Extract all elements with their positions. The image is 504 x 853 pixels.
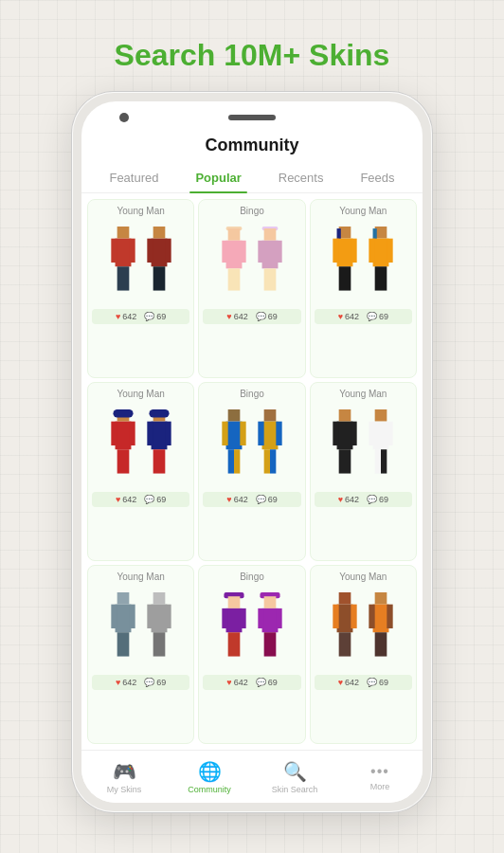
comments-stat: 💬 69 <box>367 495 388 504</box>
svg-rect-23 <box>276 241 281 263</box>
skin-name: Young Man <box>117 389 165 399</box>
svg-rect-87 <box>165 605 171 628</box>
svg-rect-66 <box>339 409 351 422</box>
svg-rect-49 <box>151 422 167 450</box>
skin-name: Bingo <box>240 572 264 582</box>
skin-name: Young Man <box>339 206 387 216</box>
svg-rect-5 <box>123 266 129 290</box>
svg-rect-72 <box>375 409 387 422</box>
svg-rect-103 <box>270 632 276 656</box>
skin-search-icon: 🔍 <box>283 760 307 783</box>
tabs-bar: Featured Popular Recents Feeds <box>81 163 423 193</box>
svg-rect-7 <box>151 239 167 267</box>
nav-my-skins-label: My Skins <box>107 785 142 794</box>
skin-figure-13 <box>107 592 139 664</box>
comments-stat: 💬 69 <box>256 312 278 321</box>
heart-icon: ♥ <box>338 312 343 321</box>
svg-rect-80 <box>111 605 117 628</box>
svg-rect-3 <box>129 239 135 263</box>
comment-icon: 💬 <box>144 312 154 321</box>
skin-figure-10 <box>254 409 286 481</box>
skin-figure-7 <box>107 409 139 481</box>
likes-stat: ♥ 642 <box>338 312 359 321</box>
tab-feeds[interactable]: Feeds <box>354 163 400 192</box>
heart-icon: ♥ <box>338 495 343 504</box>
svg-rect-52 <box>153 449 158 473</box>
svg-rect-93 <box>222 608 227 628</box>
svg-rect-92 <box>226 608 243 632</box>
nav-my-skins[interactable]: 🎮 My Skins <box>81 760 167 794</box>
tab-recents[interactable]: Recents <box>273 163 330 192</box>
nav-skin-search[interactable]: 🔍 Skin Search <box>252 760 337 794</box>
svg-rect-22 <box>258 241 263 263</box>
svg-rect-107 <box>351 605 357 628</box>
skin-image-area <box>315 586 412 671</box>
svg-rect-29 <box>333 239 339 263</box>
skin-image-area <box>92 586 189 671</box>
svg-rect-24 <box>264 268 270 290</box>
skin-card[interactable]: Bingo <box>198 382 305 561</box>
screen-content: Community Featured Popular Recents Feeds… <box>81 126 423 803</box>
skin-card[interactable]: Young Man <box>87 199 194 378</box>
likes-stat: ♥ 642 <box>116 495 136 504</box>
skin-figure-12 <box>365 409 397 481</box>
heart-icon: ♥ <box>116 312 120 321</box>
skin-figure-17 <box>329 592 361 664</box>
camera <box>119 113 129 122</box>
nav-more[interactable]: ••• More <box>337 763 423 791</box>
skin-stats: ♥ 642 💬 69 <box>92 309 189 324</box>
svg-rect-60 <box>264 409 277 422</box>
svg-rect-91 <box>228 596 241 608</box>
nav-community[interactable]: 🌐 Community <box>167 760 252 794</box>
svg-rect-112 <box>369 605 375 628</box>
svg-rect-1 <box>115 239 131 267</box>
svg-rect-89 <box>159 632 165 656</box>
tab-popular[interactable]: Popular <box>189 163 246 192</box>
comment-icon: 💬 <box>367 312 377 321</box>
likes-stat: ♥ 642 <box>116 678 136 687</box>
svg-rect-42 <box>115 422 131 450</box>
skin-card[interactable]: Young Man <box>310 565 417 744</box>
skin-card[interactable]: Bingo <box>198 199 305 378</box>
tab-featured[interactable]: Featured <box>103 163 164 192</box>
skin-card[interactable]: Bingo <box>198 565 305 744</box>
svg-rect-79 <box>115 605 131 633</box>
svg-rect-48 <box>149 409 169 417</box>
skins-grid: Young Man <box>81 193 423 750</box>
skin-card[interactable]: Young Man <box>310 199 417 378</box>
svg-rect-50 <box>147 422 153 445</box>
comments-stat: 💬 69 <box>367 312 388 321</box>
skin-name: Bingo <box>240 389 264 399</box>
svg-rect-71 <box>345 449 351 473</box>
svg-rect-85 <box>151 605 167 633</box>
svg-rect-105 <box>337 605 353 633</box>
skin-card[interactable]: Young Man <box>310 382 417 561</box>
svg-rect-64 <box>264 449 270 473</box>
skin-card[interactable]: Young Man <box>87 382 194 561</box>
svg-rect-115 <box>381 632 387 656</box>
svg-rect-9 <box>165 239 171 263</box>
comments-stat: 💬 69 <box>256 678 278 687</box>
svg-rect-4 <box>117 266 122 290</box>
skin-stats: ♥ 642 💬 69 <box>203 309 300 324</box>
more-icon: ••• <box>370 763 389 780</box>
skin-image-area <box>203 220 300 305</box>
svg-rect-83 <box>123 632 129 656</box>
skin-stats: ♥ 642 💬 69 <box>92 492 189 507</box>
svg-rect-61 <box>262 422 279 450</box>
svg-rect-14 <box>226 241 243 269</box>
svg-rect-58 <box>228 449 234 473</box>
skin-stats: ♥ 642 💬 69 <box>203 675 300 690</box>
my-skins-icon: 🎮 <box>113 760 136 783</box>
heart-icon: ♥ <box>116 678 120 687</box>
svg-rect-96 <box>234 632 240 656</box>
svg-rect-100 <box>258 608 263 628</box>
svg-rect-10 <box>153 266 158 290</box>
svg-rect-76 <box>375 449 381 473</box>
skin-card[interactable]: Young Man <box>87 565 194 744</box>
nav-skin-search-label: Skin Search <box>272 785 318 794</box>
svg-rect-84 <box>153 592 165 605</box>
skin-stats: ♥ 642 💬 69 <box>315 492 412 507</box>
likes-stat: ♥ 642 <box>226 312 247 321</box>
skin-image-area <box>203 403 300 488</box>
